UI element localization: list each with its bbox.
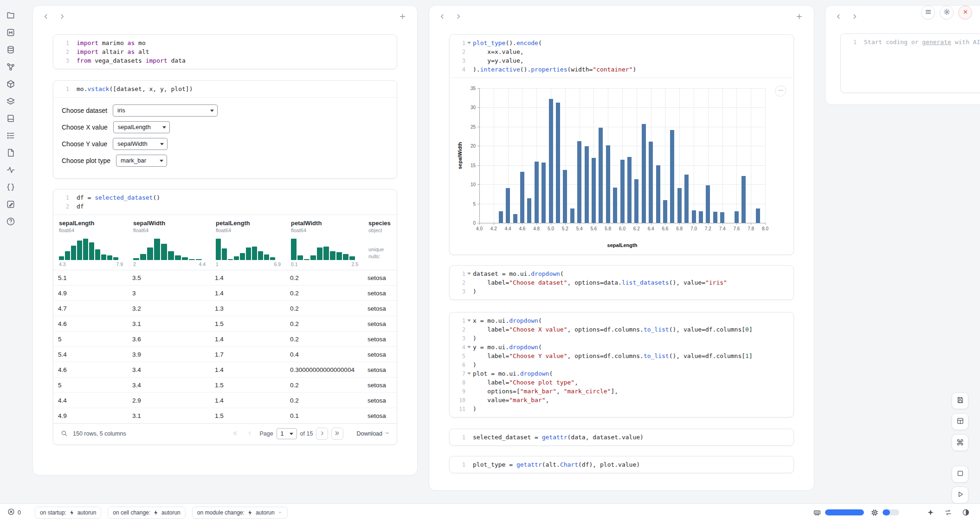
errors-button[interactable]: 0 [5, 506, 24, 519]
code-line: 1selected_dataset = getattr(data, datase… [451, 433, 788, 442]
table-cell: setosa [368, 274, 397, 281]
column-move-right-button[interactable] [58, 12, 67, 21]
activity-list-icon[interactable] [6, 130, 16, 141]
table-cell: 5 [58, 382, 132, 389]
download-button[interactable]: Download [356, 430, 390, 437]
activity-activity-icon[interactable] [6, 165, 16, 175]
column-move-left-button[interactable] [438, 12, 448, 21]
activity-marimo-logo-icon[interactable] [6, 27, 16, 38]
settings-button[interactable] [940, 6, 954, 20]
menu-icon [925, 8, 932, 17]
new-cell-editor[interactable]: 1Start coding or generate with AI. [841, 34, 980, 50]
first-page-button[interactable] [229, 428, 241, 440]
previous-page-icon [247, 430, 253, 438]
chevron-left-icon [835, 13, 844, 20]
runtime-config-chip[interactable]: on module change:autorun [192, 507, 288, 519]
table-cell: setosa [368, 290, 397, 297]
activity-help-icon[interactable] [6, 216, 16, 227]
table-cell: 4.6 [58, 366, 132, 373]
next-page-button[interactable] [316, 428, 328, 440]
fold-chevron-icon[interactable] [465, 372, 473, 375]
table-cell: setosa [368, 320, 397, 327]
altair-bar-chart[interactable]: 4.04.24.44.64.85.05.25.45.65.86.06.26.46… [452, 82, 777, 253]
code-editor[interactable]: 1plot_type().encode(2 x=x.value,3 y=y.va… [450, 35, 793, 78]
sync-button[interactable] [944, 508, 952, 517]
run-button[interactable] [952, 487, 968, 503]
fold-chevron-icon[interactable] [465, 273, 473, 275]
code-editor[interactable]: 1mo.vstack([dataset, x, y, plot]) [53, 81, 397, 97]
ai-assistant-button[interactable] [926, 508, 935, 517]
chart-output[interactable]: 4.04.24.44.64.85.05.25.45.65.86.06.26.46… [450, 78, 793, 254]
choose-dataset-select[interactable]: iris [113, 104, 218, 117]
column-header-petalLength[interactable]: petalLengthfloat6416.9 [215, 215, 290, 270]
fold-chevron-icon[interactable] [465, 42, 473, 44]
column-histogram [59, 237, 127, 260]
x-tick-label: 6.2 [633, 226, 640, 231]
theme-toggle-button[interactable] [961, 508, 970, 517]
column-move-right-button[interactable] [851, 12, 860, 21]
code-editor[interactable]: 1plot_type = getattr(alt.Chart(df), plot… [450, 456, 793, 473]
choose-y-value-select[interactable]: sepalWidth [113, 138, 168, 150]
x-tick-label: 5.4 [576, 226, 583, 231]
table-row: 4.931.40.2setosa [53, 286, 397, 301]
activity-graph-icon[interactable] [6, 62, 16, 72]
column-header-species[interactable]: speciesobjectuniquenulls: [368, 215, 397, 270]
table-cell: 0.2 [290, 382, 368, 389]
generate-with-ai-link[interactable]: generate [922, 39, 951, 46]
code-editor[interactable]: 1df = selected_dataset()2df [53, 189, 397, 215]
activity-package-icon[interactable] [6, 79, 16, 89]
activity-files-icon[interactable] [6, 10, 16, 20]
code-editor[interactable]: 1import marimo as mo2import altair as al… [53, 35, 397, 69]
code-editor[interactable]: 1x = mo.ui.dropdown(2 label="Choose X va… [450, 313, 793, 417]
sparkle-icon [927, 511, 935, 518]
zap-icon [153, 510, 159, 515]
activity-braces-icon[interactable] [6, 182, 16, 192]
runtime-config-chip[interactable]: on cell change:autorun [108, 507, 185, 519]
zap-icon [69, 510, 75, 515]
table-cell: 3.4 [132, 366, 215, 373]
save-button[interactable] [952, 392, 968, 409]
choose-x-value-select[interactable]: sepalLength [113, 121, 170, 133]
layout-button[interactable] [952, 413, 968, 430]
app-view-button[interactable] [952, 466, 968, 482]
column-move-left-button[interactable] [42, 12, 52, 21]
table-pagination: Page 1 of 15 [229, 428, 343, 440]
choose-plot-type-select[interactable]: mark_bar [116, 155, 167, 167]
fold-chevron-icon[interactable] [465, 346, 473, 348]
x-tick-label: 5.0 [548, 226, 554, 231]
chart-actions-button[interactable] [775, 85, 786, 97]
table-search-button[interactable] [60, 430, 68, 438]
command-palette-button[interactable]: ⌘ [952, 434, 968, 451]
frame-icon [956, 469, 964, 479]
previous-page-button[interactable] [244, 428, 256, 440]
add-cell-button[interactable] [795, 12, 805, 21]
code-editor[interactable]: 1selected_dataset = getattr(data, datase… [450, 429, 793, 445]
code-editor[interactable]: 1dataset = mo.ui.dropdown(2 label="Choos… [450, 266, 793, 300]
last-page-button[interactable] [331, 428, 343, 440]
column-header-sepalWidth[interactable]: sepalWidthfloat6424.4 [132, 215, 215, 270]
activity-layers-icon[interactable] [6, 96, 16, 106]
bar [756, 208, 760, 223]
code-line: 3from vega_datasets import data [55, 56, 391, 65]
notebook-menu-button[interactable] [921, 6, 935, 20]
column-header-sepalLength[interactable]: sepalLengthfloat644.37.9 [58, 215, 132, 270]
contrast-icon [962, 511, 970, 518]
table-cell: 1.3 [215, 305, 290, 312]
add-cell-button[interactable] [399, 12, 408, 21]
bar [527, 198, 531, 223]
activity-document-icon[interactable] [6, 148, 16, 158]
column-header-petalWidth[interactable]: petalWidthfloat640.12.5 [290, 215, 368, 270]
chip-label: on startup: [40, 509, 66, 516]
activity-book-icon[interactable] [6, 113, 16, 124]
status-bar-icon-cluster [926, 508, 970, 517]
activity-pen-square-icon[interactable] [6, 199, 16, 209]
runtime-config-chip[interactable]: on startup:autorun [35, 507, 101, 519]
shutdown-button[interactable] [958, 6, 972, 20]
fold-chevron-icon[interactable] [465, 319, 473, 322]
activity-database-icon[interactable] [6, 45, 16, 55]
column-move-right-button[interactable] [454, 12, 464, 21]
column-move-left-button[interactable] [835, 12, 844, 21]
page-select[interactable]: 1 [277, 428, 297, 439]
runtime-config-chips: on startup:autorunon cell change:autorun… [35, 507, 288, 519]
page-label: Page [259, 430, 273, 437]
